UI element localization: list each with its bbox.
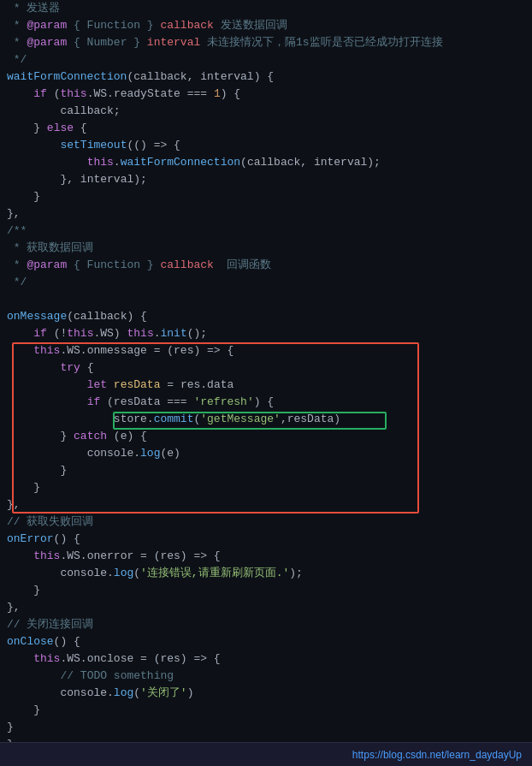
code-line: console.log(e) — [0, 445, 532, 462]
line-content: this.WS.onerror = (res) => { — [7, 548, 525, 565]
code-line: */ — [0, 274, 532, 291]
code-line: if (resData === 'refresh') { — [0, 394, 532, 411]
code-line: store.commit('getMessage',resData) — [0, 411, 532, 428]
code-line: console.log('关闭了') — [0, 685, 532, 702]
line-content: // 关闭连接回调 — [7, 616, 525, 633]
code-line: }, — [0, 496, 532, 514]
line-content: onError() { — [7, 531, 525, 548]
line-content: this.waitFormConnection(callback, interv… — [7, 154, 525, 171]
code-line: this.WS.onclose = (res) => { — [0, 650, 532, 668]
line-content: }, — [7, 599, 525, 616]
line-content: // TODO something — [7, 668, 525, 685]
line-content: this.WS.onmessage = (res) => { — [7, 342, 525, 359]
line-content: waitFormConnection(callback, interval) { — [7, 68, 525, 86]
code-line: this.WS.onmessage = (res) => { — [0, 342, 532, 359]
line-content: } — [7, 188, 525, 205]
code-line: this.WS.onerror = (res) => { — [0, 548, 532, 565]
line-content: } — [7, 702, 525, 719]
code-line: /** — [0, 223, 532, 240]
code-line: }, interval); — [0, 171, 532, 188]
code-line: } — [0, 719, 532, 736]
code-line: // 获取失败回调 — [0, 514, 532, 531]
line-content: /** — [7, 223, 525, 240]
line-content: * 发送器 — [7, 0, 525, 17]
code-line: } — [0, 702, 532, 719]
line-content: * @param { Function } callback 回调函数 — [7, 257, 525, 274]
code-line: }, — [0, 205, 532, 223]
code-line: } — [0, 462, 532, 479]
line-content: onClose() { — [7, 633, 525, 650]
code-line: */ — [0, 51, 532, 68]
code-line: * @param { Function } callback 回调函数 — [0, 257, 532, 274]
line-content: onMessage(callback) { — [7, 308, 525, 325]
line-content: }, interval); — [7, 171, 525, 188]
line-content: } — [7, 719, 525, 736]
code-line — [0, 291, 532, 308]
code-line: * 获取数据回调 — [0, 240, 532, 257]
line-content: if (this.WS.readyState === 1) { — [7, 86, 525, 103]
code-line: callback; — [0, 103, 532, 120]
code-line: onClose() { — [0, 633, 532, 650]
line-content: } catch (e) { — [7, 428, 525, 445]
line-content: let resData = res.data — [7, 377, 525, 394]
code-line: }, — [0, 599, 532, 616]
line-content: } — [7, 479, 525, 496]
code-line: * @param { Function } callback 发送数据回调 — [0, 17, 532, 34]
line-content: * @param { Number } interval 未连接情况下，隔1s监… — [7, 34, 525, 51]
line-content: console.log('连接错误,请重新刷新页面.'); — [7, 565, 525, 582]
footer-url: https://blog.csdn.net/learn_daydayUp — [352, 749, 522, 761]
line-content: try { — [7, 359, 525, 377]
line-content: if (!this.WS) this.init(); — [7, 325, 525, 342]
line-content: callback; — [7, 103, 525, 120]
code-line: if (!this.WS) this.init(); — [0, 325, 532, 342]
line-content: this.WS.onclose = (res) => { — [7, 650, 525, 668]
code-line: try { — [0, 359, 532, 377]
code-line: // 关闭连接回调 — [0, 616, 532, 633]
line-content: console.log('关闭了') — [7, 685, 525, 702]
line-content: * @param { Function } callback 发送数据回调 — [7, 17, 525, 34]
line-content: */ — [7, 274, 525, 291]
code-line: * 发送器 — [0, 0, 532, 17]
code-line: setTimeout(() => { — [0, 137, 532, 154]
code-line: } — [0, 188, 532, 205]
footer: https://blog.csdn.net/learn_daydayUp — [0, 742, 532, 766]
code-line: } — [0, 582, 532, 599]
code-line: } — [0, 479, 532, 496]
line-content: } — [7, 462, 525, 479]
line-content: // 获取失败回调 — [7, 514, 525, 531]
line-content: setTimeout(() => { — [7, 137, 525, 154]
line-content: * 获取数据回调 — [7, 240, 525, 257]
code-line: this.waitFormConnection(callback, interv… — [0, 154, 532, 171]
code-line: // TODO something — [0, 668, 532, 685]
line-content: } — [7, 582, 525, 599]
code-line: } else { — [0, 120, 532, 137]
line-content: */ — [7, 51, 525, 68]
line-content: store.commit('getMessage',resData) — [7, 411, 525, 428]
code-container: * 发送器 * @param { Function } callback 发送数… — [0, 0, 532, 766]
line-content: } else { — [7, 120, 525, 137]
line-content: if (resData === 'refresh') { — [7, 394, 525, 411]
code-line: let resData = res.data — [0, 377, 532, 394]
code-line: onMessage(callback) { — [0, 308, 532, 325]
line-content: console.log(e) — [7, 445, 525, 462]
code-line: if (this.WS.readyState === 1) { — [0, 86, 532, 103]
line-content: }, — [7, 496, 525, 514]
code-line: onError() { — [0, 531, 532, 548]
code-line: * @param { Number } interval 未连接情况下，隔1s监… — [0, 34, 532, 51]
code-line: } catch (e) { — [0, 428, 532, 445]
line-content: }, — [7, 205, 525, 223]
code-line: console.log('连接错误,请重新刷新页面.'); — [0, 565, 532, 582]
code-line: waitFormConnection(callback, interval) { — [0, 68, 532, 86]
